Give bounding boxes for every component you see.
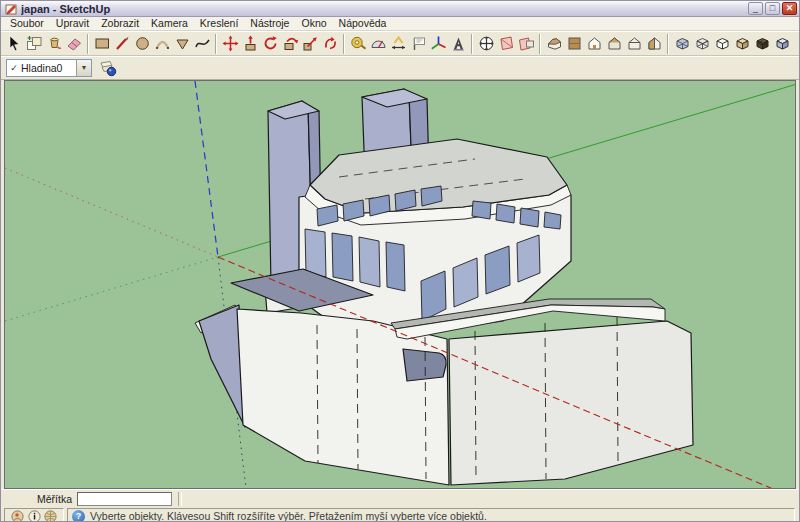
deck-corner (403, 349, 446, 381)
offset-tool-button[interactable] (320, 33, 340, 55)
current-layer-name: Hladina0 (21, 60, 76, 76)
section-plane-tool-button[interactable] (496, 33, 516, 55)
circle-icon (134, 35, 151, 52)
move-tool-button[interactable] (220, 33, 240, 55)
scale-icon (302, 35, 319, 52)
eraser-tool-button[interactable] (64, 33, 84, 55)
credit-status-icon[interactable] (44, 510, 57, 522)
monochrome-style-button[interactable] (772, 33, 792, 55)
shaded-icon (734, 35, 751, 52)
hidden-line-icon (714, 35, 731, 52)
orbit-icon (478, 35, 495, 52)
line-icon (114, 35, 131, 52)
monochrome-icon (774, 35, 791, 52)
status-icons-panel (4, 508, 64, 522)
menu-nastroje[interactable]: Nástroje (244, 17, 295, 30)
rotate-tool-button[interactable] (260, 33, 280, 55)
eraser-icon (66, 35, 83, 52)
text-tool-button[interactable] (408, 33, 428, 55)
protractor-tool-button[interactable] (368, 33, 388, 55)
rectangle-tool-button[interactable] (92, 33, 112, 55)
offset-icon (322, 35, 339, 52)
make-component-icon (26, 35, 43, 52)
view-right-button[interactable] (604, 33, 624, 55)
toolbar-separator (213, 34, 219, 54)
sketchup-logo-icon (5, 3, 17, 15)
sketchup-window: japan - SketchUp _ □ ✕ Soubor Upravit Zo… (0, 0, 800, 522)
select-icon (6, 35, 23, 52)
orbit-tool-button[interactable] (476, 33, 496, 55)
push-pull-icon (242, 35, 259, 52)
dimensions-tool-button[interactable] (388, 33, 408, 55)
measurements-label: Měřítka (37, 493, 72, 505)
follow-me-tool-button[interactable] (280, 33, 300, 55)
minimize-button[interactable]: _ (748, 2, 763, 15)
xray-style-button[interactable] (672, 33, 692, 55)
scale-tool-button[interactable] (300, 33, 320, 55)
polygon-icon (174, 35, 191, 52)
toolbar-separator (341, 34, 347, 54)
menu-upravit[interactable]: Upravit (50, 17, 95, 30)
menu-okno[interactable]: Okno (295, 17, 332, 30)
measurements-bar: Měřítka (1, 489, 799, 507)
measurements-input[interactable] (77, 492, 172, 506)
axes-icon (430, 35, 447, 52)
geo-status-icon[interactable] (11, 510, 24, 522)
view-left-button[interactable] (644, 33, 664, 55)
title-bar[interactable]: japan - SketchUp _ □ ✕ (1, 1, 799, 17)
shaded-style-button[interactable] (732, 33, 752, 55)
3d-text-tool-button[interactable] (448, 33, 468, 55)
arc-tool-button[interactable] (152, 33, 172, 55)
xray-icon (674, 35, 691, 52)
menu-soubor[interactable]: Soubor (4, 17, 50, 30)
menu-zobrazit[interactable]: Zobrazit (95, 17, 145, 30)
main-toolbar (1, 31, 799, 56)
protractor-icon (370, 35, 387, 52)
view-left-icon (646, 35, 663, 52)
menu-bar: Soubor Upravit Zobrazit Kamera Kreslení … (1, 17, 799, 31)
follow-me-icon (282, 35, 299, 52)
help-icon[interactable]: ? (72, 510, 85, 522)
hidden-line-style-button[interactable] (712, 33, 732, 55)
view-front-icon (586, 35, 603, 52)
layer-visible-check: ✓ (7, 63, 21, 73)
maximize-button[interactable]: □ (765, 2, 780, 15)
view-iso-button[interactable] (544, 33, 564, 55)
shaded-textures-style-button[interactable] (752, 33, 772, 55)
info-status-icon[interactable] (28, 510, 41, 522)
paint-bucket-tool-button[interactable] (44, 33, 64, 55)
menu-kresleni[interactable]: Kreslení (194, 17, 245, 30)
make-component-tool-button[interactable] (24, 33, 44, 55)
tape-measure-icon (350, 35, 367, 52)
rotate-icon (262, 35, 279, 52)
close-button[interactable]: ✕ (782, 2, 797, 15)
status-hint-panel: ? Vyberte objekty. Klávesou Shift rozšíř… (67, 508, 795, 522)
view-back-button[interactable] (624, 33, 644, 55)
model-viewport[interactable] (4, 80, 796, 489)
line-tool-button[interactable] (112, 33, 132, 55)
rectangle-icon (94, 35, 111, 52)
select-tool-button[interactable] (4, 33, 24, 55)
push-pull-tool-button[interactable] (240, 33, 260, 55)
section-cuts-icon (518, 35, 535, 52)
polygon-tool-button[interactable] (172, 33, 192, 55)
status-bar: ? Vyberte objekty. Klávesou Shift rozšíř… (1, 507, 799, 522)
wireframe-style-button[interactable] (692, 33, 712, 55)
layer-manager-icon[interactable] (98, 59, 118, 77)
tape-measure-tool-button[interactable] (348, 33, 368, 55)
ship-model-canvas (5, 81, 796, 488)
view-iso-icon (546, 35, 563, 52)
axes-tool-button[interactable] (428, 33, 448, 55)
view-front-button[interactable] (584, 33, 604, 55)
wireframe-icon (694, 35, 711, 52)
menu-kamera[interactable]: Kamera (145, 17, 194, 30)
freehand-icon (194, 35, 211, 52)
toolbar-separator (665, 34, 671, 54)
freehand-tool-button[interactable] (192, 33, 212, 55)
section-cuts-tool-button[interactable] (516, 33, 536, 55)
chevron-down-icon[interactable]: ▼ (76, 60, 91, 76)
view-top-button[interactable] (564, 33, 584, 55)
circle-tool-button[interactable] (132, 33, 152, 55)
menu-napoveda[interactable]: Nápověda (333, 17, 393, 30)
layer-dropdown[interactable]: ✓ Hladina0 ▼ (6, 59, 92, 77)
